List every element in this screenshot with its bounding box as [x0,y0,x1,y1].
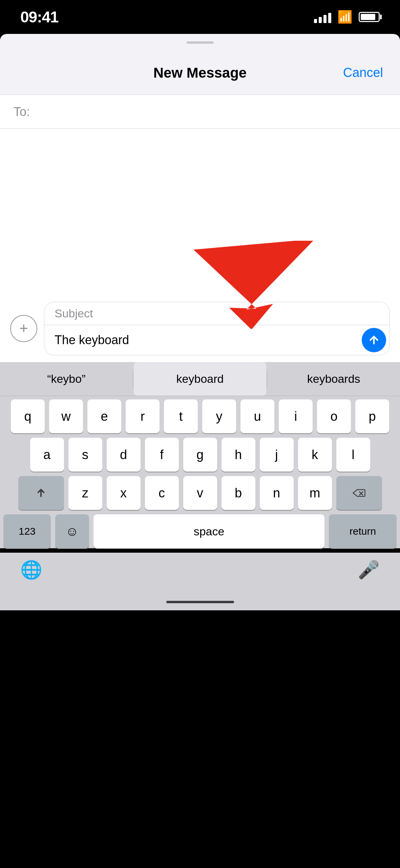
to-field[interactable]: To: [0,95,400,129]
key-i[interactable]: i [279,399,313,433]
add-attachment-button[interactable]: + [10,315,37,342]
key-u[interactable]: u [240,399,274,433]
key-z[interactable]: z [68,476,102,510]
key-l[interactable]: l [336,438,370,472]
autocorrect-item-3[interactable]: keyboards [267,362,400,396]
key-k[interactable]: k [298,438,332,472]
globe-icon[interactable]: 🌐 [20,559,42,580]
message-body[interactable] [0,129,400,295]
message-input-container: Subject The keyboard [44,302,390,355]
home-indicator [166,601,234,603]
key-r[interactable]: r [126,399,160,433]
shift-key[interactable] [18,476,64,510]
key-s[interactable]: s [68,438,102,472]
subject-field[interactable]: Subject [44,302,390,325]
delete-key[interactable] [336,476,382,510]
key-a[interactable]: a [30,438,64,472]
send-button[interactable] [362,328,386,352]
status-time: 09:41 [20,8,59,26]
cancel-button[interactable]: Cancel [343,65,383,80]
emoji-key[interactable]: ☺ [55,514,89,548]
key-g[interactable]: g [183,438,217,472]
battery-icon [359,12,380,22]
autocorrect-bar: “keybo” keyboard keyboards [0,362,400,396]
message-text[interactable]: The keyboard [55,332,358,348]
bottom-bar: 🌐 🎤 [0,553,400,593]
num-key[interactable]: 123 [3,514,51,548]
key-v[interactable]: v [183,476,217,510]
to-input[interactable] [33,105,386,119]
status-icons: 📶 [314,10,380,24]
keyboard-row-3: z x c v b n m [3,476,397,510]
message-input-row: The keyboard [44,325,390,355]
key-o[interactable]: o [317,399,351,433]
keyboard-row-4: 123 ☺ space return [3,514,397,548]
key-n[interactable]: n [260,476,294,510]
key-y[interactable]: y [202,399,236,433]
keyboard-row-1: q w e r t y u i o p [3,399,397,433]
key-t[interactable]: t [164,399,198,433]
sheet-handle-area [0,34,400,51]
key-d[interactable]: d [107,438,141,472]
return-key[interactable]: return [329,514,397,548]
nav-title: New Message [153,65,247,81]
key-b[interactable]: b [222,476,255,510]
microphone-icon[interactable]: 🎤 [358,559,380,580]
to-label: To: [14,105,30,119]
status-bar: 09:41 📶 [0,0,400,34]
signal-bars-icon [314,11,331,23]
key-h[interactable]: h [222,438,255,472]
autocorrect-divider-1 [133,371,133,388]
key-e[interactable]: e [87,399,121,433]
sheet-handle [187,41,214,44]
plus-icon: + [19,321,28,336]
key-c[interactable]: c [145,476,179,510]
space-key[interactable]: space [93,514,324,548]
autocorrect-item-1[interactable]: “keybo” [0,362,133,396]
nav-bar: New Message Cancel [0,51,400,95]
send-icon [368,334,380,346]
key-x[interactable]: x [107,476,141,510]
compose-area: + Subject The keyboard [0,295,400,362]
key-q[interactable]: q [11,399,45,433]
key-f[interactable]: f [145,438,179,472]
wifi-icon: 📶 [337,10,353,24]
delete-icon [352,488,366,498]
keyboard-row-2: a s d f g h j k l [3,438,397,472]
key-m[interactable]: m [298,476,332,510]
key-w[interactable]: w [49,399,83,433]
key-p[interactable]: p [355,399,389,433]
keyboard: q w e r t y u i o p a s d f g h j k l z … [0,396,400,548]
autocorrect-item-2[interactable]: keyboard [134,362,267,396]
key-j[interactable]: j [260,438,294,472]
home-indicator-area [0,593,400,610]
